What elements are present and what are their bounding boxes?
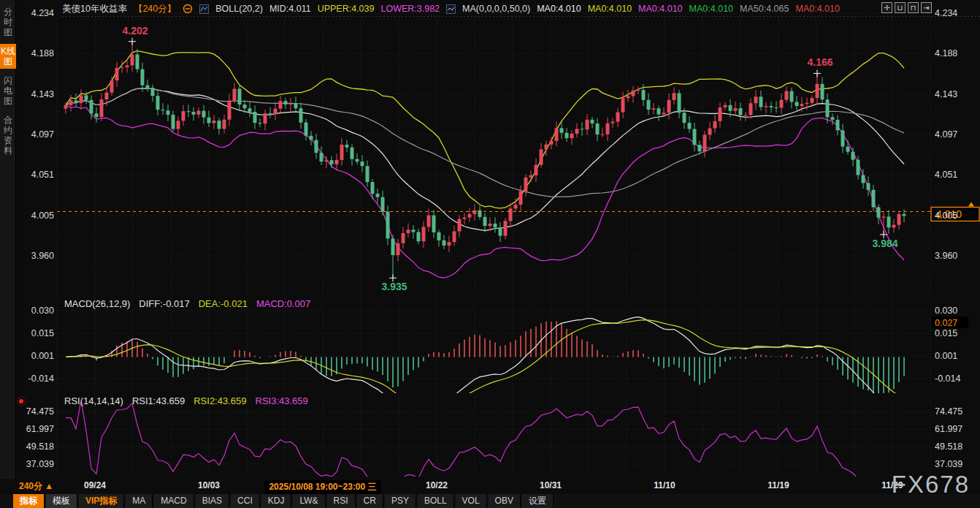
svg-text:74.475: 74.475 xyxy=(26,406,54,417)
time-axis: 240分 ▲ 09/2410/032025/10/08 19:00~23:00 … xyxy=(0,479,980,493)
toolbar-button-6[interactable]: CCI xyxy=(231,494,260,508)
svg-text:3.960: 3.960 xyxy=(935,251,957,261)
timeline-date-label: 10/31 xyxy=(540,480,562,490)
sidebar-item-kline-chart[interactable]: K线图 xyxy=(0,44,16,69)
svg-text:4.166: 4.166 xyxy=(807,56,832,68)
svg-text:3.935: 3.935 xyxy=(381,281,407,292)
toolbar-button-13[interactable]: VOL xyxy=(456,494,487,508)
svg-text:4.143: 4.143 xyxy=(935,89,957,99)
boll-indicator-icon[interactable] xyxy=(199,4,209,14)
timeline-date-label: 10/03 xyxy=(198,480,220,490)
toolbar-button-1[interactable]: 模板 xyxy=(46,494,77,508)
toolbar-button-12[interactable]: BOLL xyxy=(418,494,454,508)
boll-upper-value: UPPER:4.039 xyxy=(318,4,375,14)
rsi3-value: RSI3:43.659 xyxy=(256,395,308,406)
ma-value-1: MA0:4.010 xyxy=(537,4,581,14)
toolbar-button-14[interactable]: OBV xyxy=(489,494,521,508)
ma-value-3: MA0:4.010 xyxy=(638,4,682,14)
macd-name-label: MACD(26,12,9) xyxy=(64,298,130,309)
exit-chart-icon[interactable]: ⇥ xyxy=(921,2,932,13)
svg-text:61.997: 61.997 xyxy=(26,424,54,434)
svg-text:0.027: 0.027 xyxy=(935,318,957,328)
timeline-date-label: 11/19 xyxy=(767,480,789,490)
ma50-value: MA50:4.065 xyxy=(740,4,789,14)
toolbar-button-5[interactable]: BIAS xyxy=(196,494,229,508)
price-axis-labels: 4.2344.2344.1884.1884.1434.1434.0974.097… xyxy=(31,8,958,261)
svg-text:4.051: 4.051 xyxy=(935,170,957,180)
rsi-axis-labels: 74.47574.47561.99761.99749.51849.51837.0… xyxy=(26,406,963,469)
sidebar-item-contract-info[interactable]: 合约资料 xyxy=(0,113,16,158)
period-badge[interactable]: 【240分】 xyxy=(134,3,176,15)
svg-text:0.030: 0.030 xyxy=(935,306,957,316)
timeframe-dropdown[interactable]: 240分 ▲ xyxy=(19,480,53,493)
svg-text:4.188: 4.188 xyxy=(935,48,957,58)
boll-lower-value: LOWER:3.982 xyxy=(380,4,440,14)
scale-right-axis-icon[interactable]: ⊓ xyxy=(908,2,919,13)
ma-name-label: MA(0,0,0,0,50,0) xyxy=(462,4,530,14)
svg-text:4.005: 4.005 xyxy=(31,211,54,221)
svg-text:4.097: 4.097 xyxy=(935,129,957,140)
svg-text:49.518: 49.518 xyxy=(26,441,54,452)
svg-text:4.097: 4.097 xyxy=(31,129,54,140)
scale-left-axis-icon[interactable]: ⊔ xyxy=(895,2,906,13)
grid xyxy=(57,13,980,477)
rsi-name-label: RSI(14,14,14) xyxy=(64,395,123,406)
svg-text:0.015: 0.015 xyxy=(935,328,957,338)
toolbar-button-15[interactable]: 设置 xyxy=(522,494,554,508)
toolbar-button-3[interactable]: MA xyxy=(126,494,153,508)
svg-text:49.518: 49.518 xyxy=(935,441,962,452)
toolbar-button-4[interactable]: MACD xyxy=(154,494,194,508)
boll-name-label: BOLL(20,2) xyxy=(215,4,263,14)
macd-diff-value: DIFF:-0.017 xyxy=(139,298,189,309)
svg-text:37.039: 37.039 xyxy=(935,459,962,469)
svg-text:0.015: 0.015 xyxy=(31,328,54,338)
toolbar-button-8[interactable]: LW& xyxy=(293,494,325,508)
timeline-date-label: 11/10 xyxy=(654,480,675,490)
ma-value-6: MA0:4.010 xyxy=(795,4,839,14)
indicator-header: 美债10年收益率 【240分】 BOLL(20,2) MID:4.011 UPP… xyxy=(62,1,840,16)
period-settings-icon[interactable] xyxy=(183,4,193,14)
timeline-highlight-label: 2025/10/08 19:00~23:00 三 xyxy=(264,480,380,494)
indicator-toolbar: 指标模板VIP指标MAMACDBIASCCIKDJLW&RSICRPSYBOLL… xyxy=(0,494,980,508)
toolbar-button-0[interactable]: 指标 xyxy=(13,494,45,508)
candles xyxy=(64,42,906,278)
toolbar-button-10[interactable]: CR xyxy=(357,494,383,508)
trading-app: 分时图 K线图 闪电图 合约资料 美债10年收益率 【240分】 BOLL(20… xyxy=(0,0,980,508)
instrument-title: 美债10年收益率 xyxy=(62,3,127,15)
svg-text:4.234: 4.234 xyxy=(935,8,957,18)
chart-window-controls: ✛ ⊔ ⊓ ⇥ xyxy=(881,2,932,13)
pan-icon[interactable]: ✛ xyxy=(881,2,892,13)
ma50-line xyxy=(66,88,904,197)
macd-macd-value: MACD:0.007 xyxy=(256,298,310,309)
svg-text:0.001: 0.001 xyxy=(935,351,957,361)
chart-type-sidebar: 分时图 K线图 闪电图 合约资料 xyxy=(0,0,16,479)
svg-text:0.001: 0.001 xyxy=(31,351,54,361)
ma-value-4: MA0:4.010 xyxy=(689,4,733,14)
macd-dea-value: DEA:-0.021 xyxy=(199,298,248,309)
sidebar-item-time-share-chart[interactable]: 分时图 xyxy=(0,4,16,39)
svg-text:61.997: 61.997 xyxy=(935,424,962,434)
svg-text:4.143: 4.143 xyxy=(31,89,54,99)
price-annotation: 4.202 xyxy=(122,25,148,45)
svg-text:0.030: 0.030 xyxy=(31,306,54,316)
svg-text:3.984: 3.984 xyxy=(872,238,897,249)
pane-indicator-dot xyxy=(17,397,26,406)
rsi-pane-header: RSI(14,14,14) RSI1:43.659 RSI2:43.659 RS… xyxy=(64,395,308,406)
price-annotation: 4.166 xyxy=(807,56,832,77)
toolbar-button-2[interactable]: VIP指标 xyxy=(79,494,124,508)
svg-text:4.202: 4.202 xyxy=(122,25,148,37)
sidebar-item-lightning-chart[interactable]: 闪电图 xyxy=(0,73,16,108)
toolbar-button-9[interactable]: RSI xyxy=(327,494,356,508)
boll-mid-value: MID:4.011 xyxy=(269,4,311,14)
svg-text:37.039: 37.039 xyxy=(26,459,54,469)
price-annotation: 3.984 xyxy=(872,231,897,249)
toolbar-button-11[interactable]: PSY xyxy=(385,494,416,508)
rsi1-value: RSI1:43.659 xyxy=(132,395,185,406)
ma-indicator-icon[interactable] xyxy=(446,4,456,14)
macd-dea-line xyxy=(66,320,904,403)
price-annotation: 3.935 xyxy=(381,274,407,292)
svg-text:-0.014: -0.014 xyxy=(935,374,960,384)
svg-text:4.234: 4.234 xyxy=(31,8,54,18)
toolbar-button-7[interactable]: KDJ xyxy=(261,494,292,508)
main-chart-canvas[interactable]: 4.0104.2344.2344.1884.1884.1434.1434.097… xyxy=(0,0,980,480)
